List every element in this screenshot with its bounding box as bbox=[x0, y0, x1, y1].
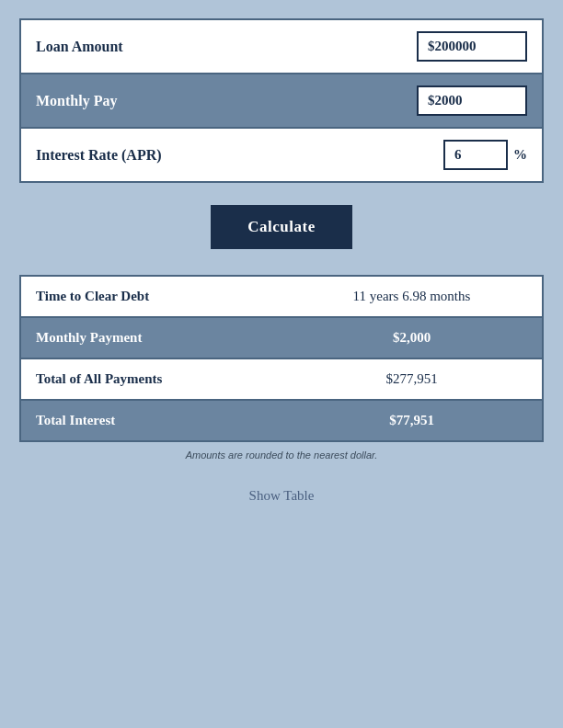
disclaimer-text: Amounts are rounded to the nearest dolla… bbox=[19, 449, 544, 461]
monthly-pay-row: Monthly Pay bbox=[20, 74, 543, 128]
input-table: Loan Amount Monthly Pay Interest Rate (A… bbox=[19, 18, 544, 183]
apr-input[interactable] bbox=[443, 140, 508, 170]
results-table: Time to Clear Debt 11 years 6.98 months … bbox=[19, 275, 544, 442]
monthly-pay-label: Monthly Pay bbox=[20, 74, 307, 128]
total-payments-value: $277,951 bbox=[282, 358, 543, 400]
loan-amount-input[interactable] bbox=[417, 31, 527, 62]
main-container: Loan Amount Monthly Pay Interest Rate (A… bbox=[19, 18, 544, 513]
apr-row: Interest Rate (APR) % bbox=[20, 128, 543, 182]
total-interest-value: $77,951 bbox=[282, 400, 543, 441]
loan-amount-label: Loan Amount bbox=[20, 19, 307, 74]
monthly-payment-value: $2,000 bbox=[282, 317, 543, 358]
time-to-clear-label: Time to Clear Debt bbox=[20, 276, 282, 317]
calculate-button-wrapper: Calculate bbox=[19, 205, 544, 249]
apr-wrapper: % bbox=[322, 140, 527, 170]
monthly-payment-row: Monthly Payment $2,000 bbox=[20, 317, 543, 358]
monthly-pay-value-cell bbox=[307, 74, 543, 128]
show-table-link[interactable]: Show Table bbox=[19, 479, 544, 513]
time-to-clear-value: 11 years 6.98 months bbox=[282, 276, 543, 317]
apr-value-cell: % bbox=[307, 128, 543, 182]
time-to-clear-row: Time to Clear Debt 11 years 6.98 months bbox=[20, 276, 543, 317]
loan-amount-row: Loan Amount bbox=[20, 19, 543, 74]
apr-label: Interest Rate (APR) bbox=[20, 128, 307, 182]
loan-amount-value-cell bbox=[307, 19, 543, 74]
monthly-pay-input[interactable] bbox=[417, 85, 527, 116]
monthly-payment-label: Monthly Payment bbox=[20, 317, 282, 358]
apr-suffix: % bbox=[513, 147, 527, 163]
total-payments-label: Total of All Payments bbox=[20, 358, 282, 400]
total-interest-row: Total Interest $77,951 bbox=[20, 400, 543, 441]
total-interest-label: Total Interest bbox=[20, 400, 282, 441]
calculate-button[interactable]: Calculate bbox=[211, 205, 351, 249]
total-payments-row: Total of All Payments $277,951 bbox=[20, 358, 543, 400]
